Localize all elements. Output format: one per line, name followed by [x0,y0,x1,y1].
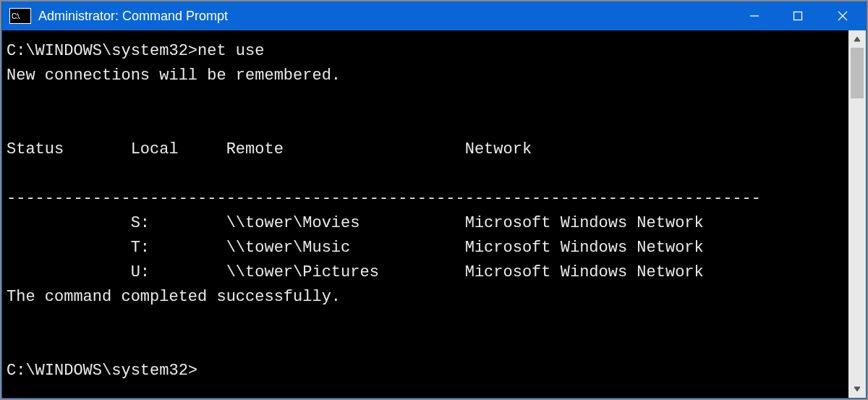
close-button[interactable] [820,1,866,30]
scroll-down-button[interactable] [848,380,866,398]
scroll-up-button[interactable] [848,30,866,48]
cmd-window: C:\. Administrator: Command Prompt C:\WI… [1,1,867,399]
window-title: Administrator: Command Prompt [38,9,228,24]
vertical-scrollbar[interactable] [848,30,866,398]
titlebar[interactable]: C:\. Administrator: Command Prompt [2,1,866,30]
scroll-thumb[interactable] [851,48,864,98]
scroll-track[interactable] [848,48,866,380]
minimize-button[interactable] [733,1,776,30]
svg-marker-4 [854,37,860,41]
maximize-button[interactable] [776,1,820,30]
svg-marker-5 [854,387,860,391]
terminal-output[interactable]: C:\WINDOWS\system32>net use New connecti… [2,30,848,398]
svg-rect-1 [794,12,802,20]
cmd-icon: C:\. [9,8,31,24]
